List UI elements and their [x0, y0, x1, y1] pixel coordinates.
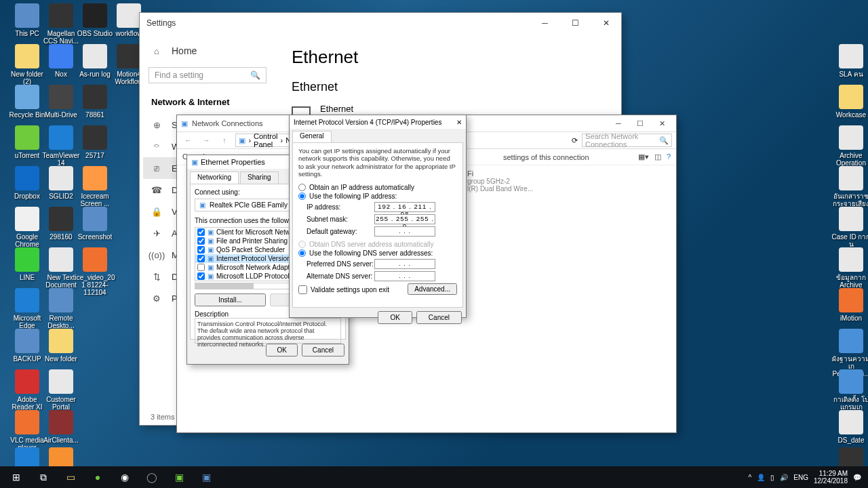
ip-address-field[interactable]: 192 . 16 . 211 . 98	[374, 202, 435, 212]
up-button[interactable]: ↑	[218, 134, 232, 147]
radio-obtain-ip-auto[interactable]: Obtain an IP address automatically	[298, 184, 457, 191]
tray-notifications-icon[interactable]: 💬	[853, 474, 861, 481]
tray-volume-icon[interactable]: 🔊	[780, 474, 788, 481]
back-button[interactable]: ←	[181, 134, 195, 147]
nav-icon: ⎚	[151, 163, 162, 174]
desktop-icon[interactable]: Customer Portal	[41, 369, 81, 411]
tray-clock[interactable]: 11:29 AM 12/24/2018	[814, 470, 848, 485]
nav-icon: ⊕	[151, 119, 162, 130]
ok-button[interactable]: OK	[266, 344, 297, 357]
desktop-icon[interactable]: SLA คน	[831, 44, 868, 78]
folder-icon: ▣	[239, 136, 245, 145]
explanation-text: You can get IP settings assigned automat…	[298, 147, 457, 178]
wifi-item-name[interactable]: Fi	[467, 169, 671, 178]
system-tray: ^ 👤 ▯ 🔊 ENG 11:29 AM 12/24/2018 💬	[749, 470, 865, 485]
tray-chevron-icon[interactable]: ^	[749, 474, 752, 481]
protocol-icon: ▣	[208, 228, 214, 236]
tab-sharing[interactable]: Sharing	[240, 171, 278, 184]
desktop-icon[interactable]: Remote Deskto...	[41, 288, 81, 329]
change-settings-link[interactable]: settings of this connection	[503, 153, 589, 161]
ok-button[interactable]: OK	[378, 311, 412, 324]
page-heading: Ethernet	[292, 47, 605, 68]
desktop: This PCMagellan CCS Navi...OBS Studiowor…	[0, 0, 868, 488]
tray-network-icon[interactable]: ▯	[770, 474, 774, 481]
desktop-icon[interactable]: Icecream Screen ...	[75, 166, 115, 207]
taskbar: ⊞ ⧉ ▭ ● ◉ ◯ ▣ ▣ ^ 👤 ▯ 🔊 ENG 11:29 AM 12/…	[0, 466, 868, 488]
tray-people-icon[interactable]: 👤	[757, 474, 765, 481]
settings-titlebar[interactable]: Settings ─ ☐ ✕	[140, 13, 621, 33]
advanced-button[interactable]: Advanced...	[408, 283, 457, 295]
desktop-icon[interactable]: AirClienta...	[41, 410, 81, 444]
radio-use-dns[interactable]: Use the following DNS server addresses:	[298, 249, 457, 257]
protocol-icon: ▣	[208, 255, 214, 262]
netconn-search[interactable]: Search Network Connections🔍	[582, 134, 672, 147]
protocol-icon: ▣	[208, 272, 214, 280]
settings-title: Settings	[146, 18, 176, 28]
desktop-icon[interactable]: Case ID กาก น	[831, 207, 868, 248]
adapter-icon: ▣	[199, 201, 205, 209]
page-subheading: Ethernet	[292, 80, 605, 94]
desktop-icon[interactable]: iMotion	[831, 288, 868, 322]
ipv4-titlebar[interactable]: Internet Protocol Version 4 (TCP/IPv4) P…	[290, 115, 466, 129]
home-icon: ⌂	[151, 45, 162, 56]
help-icon[interactable]: ?	[667, 152, 671, 161]
preview-pane-icon[interactable]: ◫	[654, 152, 661, 161]
subnet-mask-field[interactable]: 255 . 255 . 255 . 0	[374, 214, 435, 224]
desktop-icon[interactable]: ข้อมูลกาก Archive	[831, 247, 868, 289]
settings-section-header: Network & Internet	[143, 93, 272, 114]
close-button[interactable]: ✕	[652, 117, 672, 130]
maximize-button[interactable]: ☐	[630, 117, 650, 130]
nav-icon: ⚙	[151, 293, 162, 304]
minimize-button[interactable]: ─	[530, 13, 560, 33]
tab-general[interactable]: General	[292, 131, 332, 142]
nav-home[interactable]: ⌂Home	[143, 40, 272, 62]
nav-icon: ✈	[151, 228, 162, 239]
forward-button[interactable]: →	[199, 134, 214, 147]
refresh-button[interactable]: ⟳	[572, 136, 578, 145]
ipv4-properties-dialog: Internet Protocol Version 4 (TCP/IPv4) P…	[289, 115, 467, 318]
nav-icon: ⌔	[151, 141, 162, 152]
desktop-icon[interactable]: Screenshot	[75, 207, 115, 241]
nav-icon: ☎	[151, 184, 162, 195]
task-view-button[interactable]: ⧉	[30, 466, 57, 488]
dns2-field[interactable]: . . .	[374, 271, 435, 281]
tray-language[interactable]: ENG	[793, 474, 808, 481]
taskbar-chrome[interactable]: ◉	[111, 466, 138, 488]
taskbar-obs[interactable]: ◯	[138, 466, 165, 488]
close-button[interactable]: ✕	[591, 13, 621, 33]
gateway-field[interactable]: . . .	[374, 226, 435, 237]
nav-icon: ⇅	[151, 271, 162, 282]
network-icon: ▣	[191, 158, 198, 167]
desktop-icon[interactable]: New folder	[41, 329, 81, 363]
protocol-icon: ▣	[208, 264, 214, 271]
connection-name: Ethernet	[320, 104, 372, 114]
desktop-icon[interactable]: DS_date	[831, 410, 868, 444]
protocol-icon: ▣	[208, 246, 214, 253]
search-icon: 🔍	[250, 70, 260, 80]
desktop-icon[interactable]: กาเดิลตั้ง โปแกรมเก	[831, 369, 868, 411]
taskbar-app2[interactable]: ▣	[193, 466, 220, 488]
desktop-icon[interactable]: 25717	[75, 125, 115, 159]
desktop-icon[interactable]: 78861	[75, 85, 115, 119]
tab-networking[interactable]: Networking	[190, 171, 239, 184]
close-button[interactable]: ✕	[456, 119, 462, 126]
dns1-field[interactable]: . . .	[374, 259, 435, 269]
view-menu-icon[interactable]: ▦▾	[638, 152, 649, 161]
nav-icon: ((o))	[151, 249, 162, 260]
minimize-button[interactable]: ─	[608, 117, 629, 130]
protocol-icon: ▣	[208, 237, 214, 245]
folder-icon: ▣	[181, 119, 188, 128]
radio-obtain-dns-auto: Obtain DNS server address automatically	[298, 241, 457, 248]
install-button[interactable]: Install...	[195, 293, 266, 306]
settings-search[interactable]: Find a setting🔍	[149, 67, 267, 83]
radio-use-ip[interactable]: Use the following IP address:	[298, 192, 457, 200]
taskbar-utorrent[interactable]: ●	[84, 466, 111, 488]
nav-icon: 🔒	[151, 206, 162, 217]
desktop-icon[interactable]: Workcase	[831, 85, 868, 119]
taskbar-app[interactable]: ▣	[165, 466, 193, 488]
start-button[interactable]: ⊞	[3, 466, 30, 488]
taskbar-explorer[interactable]: ▭	[57, 466, 84, 488]
maximize-button[interactable]: ☐	[560, 13, 591, 33]
cancel-button[interactable]: Cancel	[416, 311, 462, 324]
cancel-button[interactable]: Cancel	[302, 344, 344, 357]
